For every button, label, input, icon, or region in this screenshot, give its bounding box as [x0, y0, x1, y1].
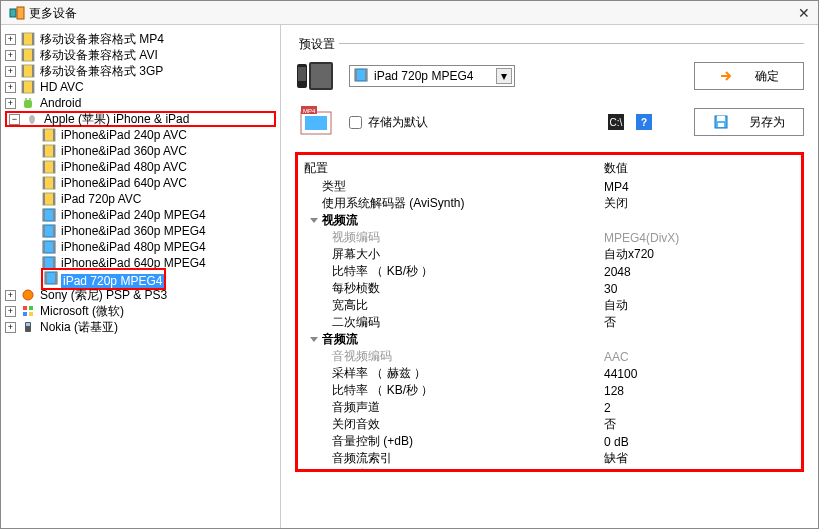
film-blue-icon	[41, 207, 57, 223]
tree-item[interactable]: iPad 720p AVC	[5, 191, 276, 207]
terminal-icon[interactable]: C:\	[608, 114, 624, 130]
device-icon	[295, 60, 337, 92]
tree-item[interactable]: +Nokia (诺基亚)	[5, 319, 276, 335]
config-row[interactable]: 宽高比自动	[300, 297, 799, 314]
config-row[interactable]: 使用系统解码器 (AviSynth)关闭	[300, 195, 799, 212]
tree-item[interactable]: +移动设备兼容格式 3GP	[5, 63, 276, 79]
film-blue-icon	[354, 68, 370, 84]
film-icon	[41, 143, 57, 159]
config-group-audio[interactable]: 音频流	[300, 331, 799, 348]
svg-rect-7	[32, 49, 34, 61]
svg-rect-46	[55, 272, 57, 284]
chevron-down-icon[interactable]: ▾	[496, 68, 512, 84]
svg-rect-13	[32, 81, 34, 93]
tree-item[interactable]: +HD AVC	[5, 79, 276, 95]
save-as-button[interactable]: 另存为	[694, 108, 804, 136]
svg-point-47	[23, 290, 33, 300]
svg-rect-66	[718, 123, 724, 127]
tree-item[interactable]: iPhone&iPad 480p MPEG4	[5, 239, 276, 255]
sony-icon	[20, 287, 36, 303]
app-icon	[9, 5, 25, 21]
svg-rect-51	[29, 312, 33, 316]
svg-rect-36	[43, 225, 45, 237]
film-icon	[41, 159, 57, 175]
preset-dropdown[interactable]: iPad 720p MPEG4 ▾	[349, 65, 515, 87]
film-icon	[41, 175, 57, 191]
titlebar: 更多设备 ✕	[1, 1, 818, 25]
save-default-checkbox[interactable]: 存储为默认	[349, 114, 428, 131]
film-blue-icon	[43, 270, 59, 286]
svg-rect-65	[717, 116, 725, 121]
config-header: 配置 数值	[300, 159, 799, 178]
config-row[interactable]: 关闭音效否	[300, 416, 799, 433]
config-row[interactable]: 比特率 （ KB/秒 ）2048	[300, 263, 799, 280]
save-default-input[interactable]	[349, 116, 362, 129]
config-panel: 配置 数值 类型MP4 使用系统解码器 (AviSynth)关闭 视频流 视频编…	[295, 152, 804, 472]
tree-item-selected[interactable]: iPad 720p MPEG4	[5, 271, 276, 287]
config-row[interactable]: 二次编码否	[300, 314, 799, 331]
film-icon	[41, 191, 57, 207]
svg-point-15	[25, 98, 27, 100]
tree-item[interactable]: iPhone&iPad 240p MPEG4	[5, 207, 276, 223]
tree-item[interactable]: iPhone&iPad 480p AVC	[5, 159, 276, 175]
help-icon[interactable]: ?	[636, 114, 652, 130]
svg-rect-28	[53, 177, 55, 189]
config-group-subtitle[interactable]: 附加字幕	[300, 467, 799, 472]
tree-item[interactable]: +Android	[5, 95, 276, 111]
tree-item[interactable]: iPhone&iPad 360p MPEG4	[5, 223, 276, 239]
svg-rect-25	[53, 161, 55, 173]
config-row[interactable]: 采样率 （ 赫兹 ）44100	[300, 365, 799, 382]
tree-item[interactable]: +移动设备兼容格式 MP4	[5, 31, 276, 47]
config-row: 音视频编码AAC	[300, 348, 799, 365]
chevron-right-icon	[311, 472, 328, 473]
chevron-down-icon	[310, 218, 318, 223]
svg-rect-14	[24, 100, 32, 108]
config-group-video[interactable]: 视频流	[300, 212, 799, 229]
film-icon	[20, 79, 36, 95]
svg-rect-57	[311, 64, 331, 88]
device-tree-panel: +移动设备兼容格式 MP4 +移动设备兼容格式 AVI +移动设备兼容格式 3G…	[1, 25, 281, 528]
tree-item[interactable]: iPhone&iPad 640p AVC	[5, 175, 276, 191]
config-row[interactable]: 每秒桢数30	[300, 280, 799, 297]
tree-item[interactable]: iPhone&iPad 360p AVC	[5, 143, 276, 159]
film-icon	[41, 127, 57, 143]
svg-rect-48	[23, 306, 27, 310]
arrow-right-icon	[719, 68, 735, 84]
config-row[interactable]: 类型MP4	[300, 178, 799, 195]
svg-rect-50	[23, 312, 27, 316]
svg-rect-27	[43, 177, 45, 189]
svg-rect-55	[298, 67, 306, 81]
preset-legend: 预设置	[295, 36, 339, 53]
svg-rect-9	[22, 65, 24, 77]
film-icon	[20, 47, 36, 63]
svg-rect-6	[22, 49, 24, 61]
svg-rect-3	[22, 33, 24, 45]
chevron-down-icon	[310, 337, 318, 342]
config-row[interactable]: 屏幕大小自动x720	[300, 246, 799, 263]
svg-rect-39	[43, 241, 45, 253]
svg-rect-10	[32, 65, 34, 77]
config-row[interactable]: 音频流索引缺省	[300, 450, 799, 467]
close-icon[interactable]: ✕	[798, 1, 810, 25]
svg-rect-45	[45, 272, 47, 284]
svg-point-16	[29, 98, 31, 100]
svg-rect-0	[10, 9, 16, 17]
config-row[interactable]: 音频声道2	[300, 399, 799, 416]
config-row[interactable]: 比特率 （ KB/秒 ）128	[300, 382, 799, 399]
tree-item[interactable]: +移动设备兼容格式 AVI	[5, 47, 276, 63]
svg-rect-40	[53, 241, 55, 253]
svg-rect-31	[53, 193, 55, 205]
ok-button[interactable]: 确定	[694, 62, 804, 90]
svg-rect-53	[26, 323, 30, 326]
svg-rect-1	[17, 7, 24, 19]
svg-rect-19	[53, 129, 55, 141]
tree-item[interactable]: +Sony (索尼) PSP & PS3	[5, 287, 276, 303]
android-icon	[20, 95, 36, 111]
tree-item-apple[interactable]: −Apple (苹果) iPhone & iPad	[5, 111, 276, 127]
mp4-icon: MP4	[295, 106, 337, 138]
tree-item[interactable]: +Microsoft (微软)	[5, 303, 276, 319]
film-icon	[20, 63, 36, 79]
tree-item[interactable]: iPhone&iPad 240p AVC	[5, 127, 276, 143]
config-row[interactable]: 音量控制 (+dB)0 dB	[300, 433, 799, 450]
preset-group: 预设置 iPad 720p MPEG4 ▾ 确定	[295, 43, 804, 138]
